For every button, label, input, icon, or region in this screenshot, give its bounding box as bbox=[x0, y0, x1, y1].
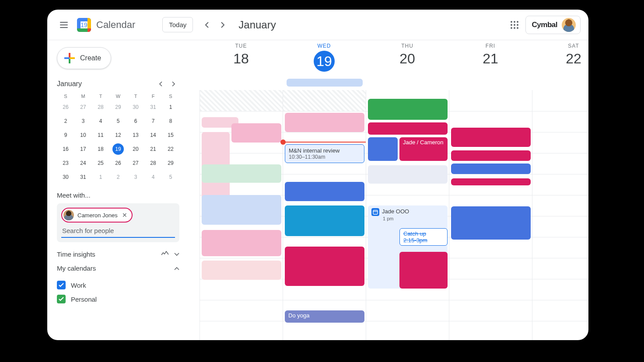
day-header[interactable]: SAT22 bbox=[532, 40, 588, 88]
day-of-week: FRI bbox=[449, 43, 532, 49]
calendar-checkbox[interactable] bbox=[57, 281, 66, 289]
event-internal-review[interactable]: M&N internal review 10:30–11:30am bbox=[285, 144, 364, 163]
next-period-button[interactable] bbox=[215, 17, 231, 33]
event-do-yoga[interactable]: Do yoga bbox=[285, 310, 364, 323]
prev-period-button[interactable] bbox=[199, 17, 215, 33]
mini-day[interactable]: 2 bbox=[57, 115, 74, 127]
event-block[interactable] bbox=[399, 252, 448, 289]
day-of-week: THU bbox=[366, 43, 449, 49]
day-column-thu[interactable]: Jade / Cameron Jade OOO 1 pm Catch up 2:… bbox=[366, 90, 449, 340]
mini-day[interactable]: 28 bbox=[144, 157, 162, 169]
calendar-item[interactable]: Work bbox=[57, 278, 179, 292]
event-block[interactable] bbox=[202, 261, 281, 280]
event-block[interactable] bbox=[285, 182, 364, 201]
mini-day[interactable]: 15 bbox=[162, 129, 179, 141]
mini-day[interactable]: 26 bbox=[57, 101, 74, 113]
mini-day[interactable]: 13 bbox=[127, 129, 144, 141]
event-block[interactable] bbox=[202, 230, 281, 256]
mini-day[interactable]: 28 bbox=[92, 101, 109, 113]
mini-day[interactable]: 29 bbox=[109, 101, 127, 113]
day-column-sat[interactable] bbox=[532, 90, 588, 340]
event-block[interactable] bbox=[368, 165, 448, 184]
today-button[interactable]: Today bbox=[162, 17, 193, 32]
main-menu-button[interactable] bbox=[55, 16, 73, 34]
mini-day[interactable]: 5 bbox=[162, 171, 179, 183]
mini-day[interactable]: 25 bbox=[92, 157, 109, 169]
event-block[interactable] bbox=[451, 206, 531, 240]
calendar-item[interactable]: Personal bbox=[57, 292, 179, 306]
mini-day[interactable]: 4 bbox=[144, 171, 162, 183]
mini-day[interactable]: 23 bbox=[57, 157, 74, 169]
day-column-wed[interactable]: M&N internal review 10:30–11:30am Do yog… bbox=[283, 90, 366, 340]
event-block[interactable] bbox=[231, 123, 281, 143]
google-apps-button[interactable] bbox=[511, 21, 518, 29]
mini-day[interactable]: 24 bbox=[74, 157, 92, 169]
create-button[interactable]: Create bbox=[57, 47, 111, 69]
mini-day[interactable]: 18 bbox=[92, 143, 109, 155]
account-brand-chip[interactable]: Cymbal bbox=[525, 16, 581, 34]
event-block[interactable] bbox=[368, 137, 398, 161]
mini-day[interactable]: 30 bbox=[127, 101, 144, 113]
day-number: 18 bbox=[200, 51, 283, 67]
mini-day[interactable]: 1 bbox=[92, 171, 109, 183]
mini-day[interactable]: 9 bbox=[57, 129, 74, 141]
event-block[interactable] bbox=[451, 178, 531, 185]
mini-day[interactable]: 12 bbox=[109, 129, 127, 141]
mini-day[interactable]: 4 bbox=[92, 115, 109, 127]
person-avatar bbox=[63, 210, 74, 220]
mini-day[interactable]: 1 bbox=[162, 101, 179, 113]
mini-day[interactable]: 10 bbox=[74, 129, 92, 141]
mini-day[interactable]: 31 bbox=[144, 101, 162, 113]
mini-day[interactable]: 17 bbox=[74, 143, 92, 155]
calendar-logo: 19 bbox=[75, 16, 93, 34]
mini-day[interactable]: 31 bbox=[74, 171, 92, 183]
mini-day[interactable]: 26 bbox=[109, 157, 127, 169]
mini-day[interactable]: 16 bbox=[57, 143, 74, 155]
event-block[interactable] bbox=[451, 150, 531, 161]
event-block[interactable] bbox=[451, 128, 531, 147]
event-block[interactable] bbox=[285, 205, 364, 236]
mini-day[interactable]: 29 bbox=[162, 157, 179, 169]
mini-next-month-button[interactable] bbox=[167, 78, 179, 90]
mini-day[interactable]: 6 bbox=[127, 115, 144, 127]
event-block[interactable] bbox=[285, 113, 364, 132]
mini-day[interactable]: 3 bbox=[74, 115, 92, 127]
mini-calendar-header: January bbox=[57, 78, 179, 90]
mini-day[interactable]: 8 bbox=[162, 115, 179, 127]
mini-day[interactable]: 2 bbox=[109, 171, 127, 183]
chip-remove-button[interactable]: ✕ bbox=[121, 212, 128, 219]
event-block[interactable] bbox=[368, 99, 448, 120]
mini-day[interactable]: 21 bbox=[144, 143, 162, 155]
mini-prev-month-button[interactable] bbox=[155, 78, 167, 90]
mini-day[interactable]: 3 bbox=[127, 171, 144, 183]
day-number: 19 bbox=[283, 51, 366, 72]
day-header[interactable]: TUE18 bbox=[200, 40, 283, 88]
person-chip[interactable]: Cameron Jones ✕ bbox=[61, 208, 133, 223]
mini-day[interactable]: 30 bbox=[57, 171, 74, 183]
event-block[interactable] bbox=[202, 164, 281, 183]
my-calendars-row[interactable]: My calendars bbox=[57, 264, 179, 272]
mini-day[interactable]: 11 bbox=[92, 129, 109, 141]
mini-day[interactable]: 19 bbox=[112, 143, 124, 155]
mini-day[interactable]: 22 bbox=[162, 143, 179, 155]
mini-day[interactable]: 14 bbox=[144, 129, 162, 141]
mini-day[interactable]: 20 bbox=[127, 143, 144, 155]
mini-day[interactable]: 27 bbox=[127, 157, 144, 169]
day-column-tue[interactable] bbox=[200, 90, 283, 340]
event-block[interactable] bbox=[368, 122, 448, 135]
time-insights-row[interactable]: Time insights bbox=[57, 250, 179, 258]
day-header[interactable]: THU20 bbox=[366, 40, 449, 88]
event-catch-up-declined[interactable]: Catch up 2:15-3pm bbox=[399, 228, 448, 246]
allday-event[interactable] bbox=[287, 79, 363, 87]
day-header[interactable]: FRI21 bbox=[449, 40, 532, 88]
calendar-checkbox[interactable] bbox=[57, 295, 66, 303]
mini-day[interactable]: 7 bbox=[144, 115, 162, 127]
event-block[interactable] bbox=[202, 195, 281, 225]
search-people-input[interactable] bbox=[61, 223, 175, 238]
event-block[interactable] bbox=[285, 247, 364, 286]
event-jade-cameron[interactable]: Jade / Cameron bbox=[399, 137, 448, 161]
event-block[interactable] bbox=[451, 164, 531, 174]
day-column-fri[interactable] bbox=[449, 90, 532, 340]
mini-day[interactable]: 27 bbox=[74, 101, 92, 113]
mini-day[interactable]: 5 bbox=[109, 115, 127, 127]
